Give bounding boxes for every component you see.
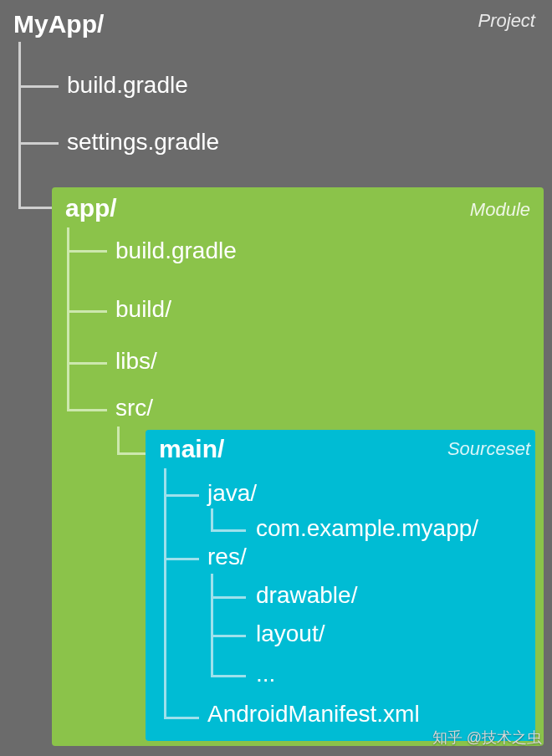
project-branch-module: [18, 42, 52, 209]
module-src-to-main: [117, 427, 146, 455]
watermark: 知乎 @技术之虫: [432, 728, 542, 748]
module-child-1: build.gradle: [115, 238, 237, 264]
sourceset-tag: Sourceset: [447, 438, 530, 460]
sourceset-branch-manifest: [164, 468, 199, 719]
sourceset-res-child-2: layout/: [256, 621, 325, 647]
project-child-2: settings.gradle: [67, 129, 219, 156]
sourceset-res-branch-3: [211, 574, 246, 677]
project-child-1: build.gradle: [67, 72, 188, 99]
sourceset-root-label: main/: [159, 435, 224, 463]
sourceset-child-java: java/: [207, 480, 257, 507]
project-root-label: MyApp/: [13, 10, 104, 38]
sourceset-res-child-3: ...: [256, 661, 275, 687]
sourceset-child-res: res/: [207, 544, 247, 570]
sourceset-res-child-1: drawable/: [256, 582, 357, 609]
sourceset-child-manifest: AndroidManifest.xml: [207, 701, 420, 728]
module-child-3: libs/: [115, 348, 157, 375]
module-branch-4: [67, 227, 107, 411]
module-root-label: app/: [65, 194, 117, 222]
project-tag: Project: [478, 10, 535, 32]
sourceset-java-child: com.example.myapp/: [256, 515, 478, 542]
module-child-2: build/: [115, 296, 171, 323]
sourceset-branch-java-pkg: [211, 508, 246, 532]
module-tag: Module: [470, 199, 530, 221]
module-child-4: src/: [115, 395, 153, 421]
